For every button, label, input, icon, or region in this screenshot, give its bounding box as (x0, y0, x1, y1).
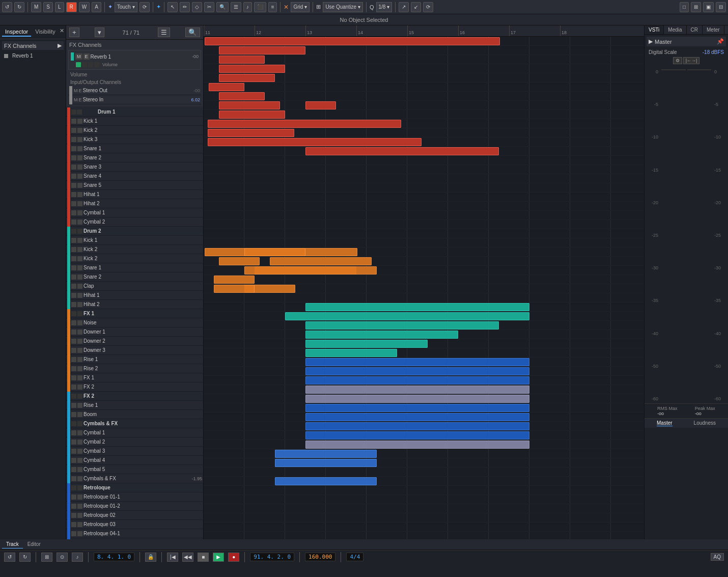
clip-snare5[interactable] (219, 111, 285, 119)
color-tool[interactable]: ⬛ (254, 2, 266, 12)
snare3-row[interactable]: Snare 3 (66, 162, 203, 172)
cymbals-group-row[interactable]: Cymbals & FX (66, 419, 203, 428)
tempo-display[interactable]: 160.000 (305, 553, 335, 561)
redo-btn[interactable]: ↻ (14, 2, 24, 12)
clip-rise1[interactable] (214, 276, 255, 284)
cymbal2-row[interactable]: Cymbal 2 (66, 217, 203, 227)
fx-e-btn[interactable]: E (83, 53, 90, 60)
prev-btn[interactable]: ◀◀ (182, 553, 193, 562)
stop-btn[interactable]: ■ (198, 553, 209, 562)
kick2-row[interactable]: Kick 2 (66, 126, 203, 135)
downer3-row[interactable]: Downer 3 (66, 346, 203, 355)
reverb-btn3[interactable] (88, 62, 93, 67)
d2-snare2-row[interactable]: Snare 2 (66, 272, 203, 282)
meter-settings-btn[interactable]: ⚙ (673, 57, 682, 64)
extra-tool[interactable]: ≡ (268, 2, 277, 12)
fx-m-btn[interactable]: M (75, 53, 82, 60)
window-btn2[interactable]: ⊞ (691, 2, 701, 12)
clip-hihat2[interactable] (208, 129, 294, 137)
close-panel-btn[interactable]: ✕ (60, 28, 64, 37)
window-btn3[interactable]: ▣ (703, 2, 714, 12)
media-tab[interactable]: Media (664, 25, 686, 34)
reverb-on-btn[interactable] (76, 62, 81, 67)
m-btn[interactable]: M (31, 2, 41, 12)
snare2-row[interactable]: Snare 2 (66, 153, 203, 162)
downer2-row[interactable]: Downer 2 (66, 337, 203, 346)
l-btn[interactable]: L (55, 2, 64, 12)
master-bottom-tab[interactable]: Master (657, 420, 673, 426)
d1-m[interactable] (71, 109, 76, 115)
mode-refresh-btn[interactable]: ⟳ (139, 2, 150, 12)
clip-kick1[interactable] (219, 46, 305, 54)
mute-tool[interactable]: ♪ (243, 2, 252, 12)
quantize-val-dropdown[interactable]: 1/8 ▾ (376, 2, 393, 12)
clip-fx1b[interactable] (214, 285, 255, 293)
stereo-out-row[interactable]: M E Stereo Out -00 (68, 86, 201, 95)
rise2-row[interactable]: Rise 2 (66, 364, 203, 373)
d1-s[interactable] (77, 109, 82, 115)
d2-snare1-row[interactable]: Snare 1 (66, 263, 203, 272)
stereo-in-row[interactable]: M E Stereo In 6.02 (68, 95, 201, 104)
fx2-group-row[interactable]: FX 2 (66, 392, 203, 401)
select-tool[interactable]: ↖ (167, 2, 178, 12)
mode-dropdown[interactable]: Touch ▾ (115, 2, 137, 12)
s-btn[interactable]: S (43, 2, 53, 12)
clip-retro01-1[interactable] (305, 367, 529, 375)
clip-snare4[interactable] (219, 101, 280, 109)
d2-kick2a-row[interactable]: Kick 2 (66, 245, 203, 254)
downer1-row[interactable]: Downer 1 (66, 327, 203, 337)
loudness-tab[interactable]: Loudness (694, 420, 716, 426)
meter-reset-btn[interactable]: |←→| (683, 57, 700, 64)
clip-cym2[interactable] (305, 331, 458, 339)
clip-boom[interactable] (285, 312, 529, 320)
zoom-tool[interactable]: 🔍 (216, 2, 229, 12)
retro01-1-row[interactable]: Retroloque 01-1 (66, 492, 203, 502)
w-btn[interactable]: W (79, 2, 90, 12)
meter-tab[interactable]: Meter (703, 25, 724, 34)
a-btn[interactable]: A (92, 2, 101, 12)
drum1-group-row[interactable]: Drum 1 (66, 107, 203, 117)
clip-retro04-4[interactable] (305, 431, 529, 439)
clip-retro04-3[interactable] (305, 422, 529, 430)
kick1-row[interactable]: Kick 1 (66, 117, 203, 126)
r-btn[interactable]: R (66, 2, 77, 12)
retro-group-row[interactable]: Retroloque (66, 483, 203, 492)
clip-hihat1[interactable] (208, 120, 401, 128)
clip-cym1[interactable] (305, 321, 499, 329)
clip-snare3[interactable] (219, 92, 265, 100)
clip-cymbal1[interactable] (208, 138, 422, 146)
clip-snare4b[interactable] (305, 101, 336, 109)
inspector-tab[interactable]: Inspector (2, 28, 31, 37)
clip-kick3[interactable] (219, 65, 285, 73)
clip-kick2[interactable] (219, 56, 265, 64)
track-tab[interactable]: Track (2, 540, 23, 548)
hand-tool[interactable]: ☰ (231, 2, 241, 12)
kick3-row[interactable]: Kick 3 (66, 135, 203, 144)
snare1-row[interactable]: Snare 1 (66, 144, 203, 153)
master-pin[interactable]: 📌 (717, 38, 724, 45)
clip-cym3[interactable] (305, 340, 428, 348)
clip-retro01-2[interactable] (305, 376, 529, 384)
cymbal1-row[interactable]: Cymbal 1 (66, 208, 203, 217)
clip-noise[interactable] (244, 248, 305, 256)
noise-row[interactable]: Noise (66, 318, 203, 327)
cym5-row[interactable]: Cymbal 5 (66, 465, 203, 474)
clip-retro02[interactable] (305, 386, 529, 394)
retro04-2-row[interactable]: Retroloque 04-2 (66, 538, 203, 539)
extra-btn2[interactable]: ↙ (411, 2, 421, 12)
clip-snare1[interactable] (219, 74, 275, 82)
clip-drum1-main[interactable] (205, 37, 500, 45)
fx1-row[interactable]: FX 1 (66, 373, 203, 382)
channels-menu-btn[interactable]: ▾ (95, 28, 104, 37)
add-channel-btn[interactable]: + (69, 28, 79, 37)
clip-downer1[interactable] (219, 257, 260, 265)
clip-retro05[interactable] (305, 441, 529, 449)
metronome-btn[interactable]: ♪ (72, 553, 83, 562)
retro03-row[interactable]: Retroloque 03 (66, 520, 203, 529)
window-btn4[interactable]: ⊟ (716, 2, 726, 12)
reverb-btn4[interactable] (94, 62, 99, 67)
clip-retro03[interactable] (305, 395, 529, 403)
d2-hihat1-row[interactable]: Hihat 1 (66, 291, 203, 300)
retro01-2-row[interactable]: Retroloque 01-2 (66, 502, 203, 511)
undo-transport[interactable]: ↺ (4, 553, 15, 562)
